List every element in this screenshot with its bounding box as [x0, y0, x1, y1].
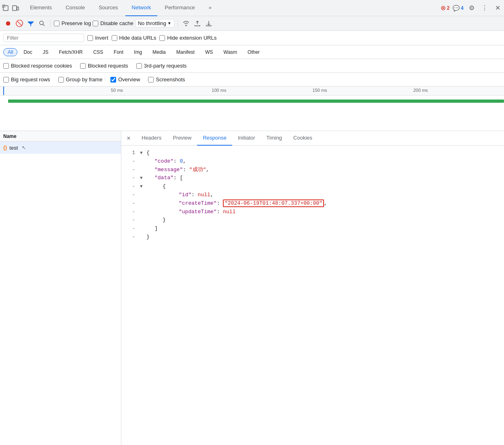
tab-response[interactable]: Response [197, 131, 232, 146]
type-btn-manifest[interactable]: Manifest [172, 48, 199, 56]
screenshots-checkbox[interactable] [148, 77, 154, 83]
more-options-button[interactable]: ⋮ [480, 3, 489, 13]
filter-bar: Invert Hide data URLs Hide extension URL… [0, 31, 504, 45]
disable-cache-label[interactable]: Disable cache [93, 20, 133, 26]
tick-50ms: 50 ms [111, 88, 123, 93]
hide-data-urls-checkbox[interactable] [112, 35, 117, 41]
separator-1 [50, 19, 51, 28]
settings-button[interactable]: ⚙ [467, 3, 476, 13]
type-btn-img[interactable]: Img [129, 48, 146, 56]
json-line-3: - - "message": "成功", [121, 166, 504, 174]
close-response-button[interactable]: × [125, 134, 133, 142]
disable-cache-checkbox[interactable] [93, 21, 98, 26]
close-devtools-button[interactable]: ✕ [493, 3, 502, 13]
blocked-requests-checkbox[interactable] [80, 63, 86, 69]
separator-2 [178, 19, 178, 28]
warning-count[interactable]: 💬 4 [453, 5, 464, 11]
json-line-5: - ▼ { [121, 182, 504, 191]
group-by-frame-label[interactable]: Group by frame [58, 76, 102, 83]
preserve-log-checkbox[interactable] [54, 21, 59, 26]
type-btn-css[interactable]: CSS [89, 48, 108, 56]
tick-100ms: 100 ms [212, 88, 226, 93]
response-tabs: × Headers Preview Response Initiator Tim… [121, 131, 504, 146]
tab-performance[interactable]: Performance [158, 0, 201, 16]
timeline-ruler: 50 ms 100 ms 150 ms 200 ms [0, 87, 504, 95]
type-btn-ws[interactable]: WS [201, 48, 217, 56]
filter-input[interactable] [7, 35, 80, 41]
download-button[interactable] [204, 19, 214, 28]
response-panel: × Headers Preview Response Initiator Tim… [121, 131, 504, 445]
search-button[interactable] [37, 19, 47, 28]
network-toolbar: ⏺ 🚫 Preserve log Disable cache No thrott… [0, 16, 504, 31]
overview-checkbox[interactable] [110, 77, 116, 83]
devtools-icons [2, 4, 19, 12]
upload-button[interactable] [193, 19, 202, 28]
overview-label[interactable]: Overview [110, 76, 140, 83]
invert-checkbox[interactable] [87, 35, 93, 41]
big-rows-label[interactable]: Big request rows [3, 76, 50, 83]
chevron-down-icon: ▼ [167, 21, 172, 25]
type-btn-fetch-xhr[interactable]: Fetch/XHR [55, 48, 87, 56]
blocked-cookies-checkbox[interactable] [3, 63, 9, 69]
json-viewer: 1 ▼ { - - "code": 0, - - "message": "成功"… [121, 146, 504, 445]
hide-ext-urls-checkbox[interactable] [159, 35, 165, 41]
svg-line-5 [43, 24, 44, 26]
options-bar: Big request rows Group by frame Overview… [0, 73, 504, 87]
json-line-11: - - } [121, 233, 504, 242]
type-btn-js[interactable]: JS [38, 48, 53, 56]
clear-button[interactable]: 🚫 [15, 19, 24, 28]
json-line-6: - - "id": null, [121, 191, 504, 199]
type-btn-all[interactable]: All [3, 48, 17, 56]
json-file-icon: {} [3, 145, 7, 150]
third-party-checkbox[interactable] [136, 63, 142, 69]
request-row[interactable]: {} test ↖ [0, 142, 121, 154]
inspect-icon[interactable] [2, 4, 10, 12]
preserve-log-label[interactable]: Preserve log [54, 20, 91, 26]
type-btn-media[interactable]: Media [148, 48, 170, 56]
main-split: Name {} test ↖ × Headers Preview Respons… [0, 131, 504, 445]
tab-cookies[interactable]: Cookies [288, 131, 318, 146]
wifi-icon-button[interactable] [181, 19, 191, 28]
type-filter-bar: All Doc JS Fetch/XHR CSS Font Img Media … [0, 45, 504, 59]
json-line-4: - ▼ "data": [ [121, 174, 504, 182]
timeline-area: 50 ms 100 ms 150 ms 200 ms [0, 87, 504, 131]
tab-preview[interactable]: Preview [167, 131, 197, 146]
collapse-arrow-obj[interactable]: ▼ [140, 183, 145, 191]
tab-initiator[interactable]: Initiator [232, 131, 261, 146]
timeline-track [0, 98, 504, 106]
screenshots-label[interactable]: Screenshots [148, 76, 185, 83]
device-icon[interactable] [11, 4, 19, 12]
tab-timing[interactable]: Timing [261, 131, 288, 146]
third-party-label[interactable]: 3rd-party requests [136, 63, 187, 69]
tab-console[interactable]: Console [59, 0, 91, 16]
type-btn-other[interactable]: Other [243, 48, 264, 56]
type-btn-font[interactable]: Font [109, 48, 128, 56]
error-count[interactable]: ⊗ 2 [440, 4, 450, 12]
record-button[interactable]: ⏺ [3, 19, 13, 28]
tab-sources[interactable]: Sources [92, 0, 125, 16]
group-by-frame-checkbox[interactable] [58, 77, 64, 83]
extra-filter-bar: Blocked response cookies Blocked request… [0, 59, 504, 73]
invert-label[interactable]: Invert [87, 35, 108, 41]
collapse-arrow-data[interactable]: ▼ [140, 175, 145, 182]
type-btn-doc[interactable]: Doc [19, 48, 36, 56]
svg-rect-2 [13, 6, 17, 11]
big-rows-checkbox[interactable] [3, 77, 9, 83]
tab-elements[interactable]: Elements [23, 0, 58, 16]
hide-ext-urls-label[interactable]: Hide extension URLs [159, 35, 216, 41]
collapse-arrow-1[interactable]: ▼ [140, 150, 145, 157]
tab-headers[interactable]: Headers [136, 131, 167, 146]
timeline-cursor[interactable] [3, 87, 4, 95]
tab-bar: Elements Console Sources Network Perform… [0, 0, 504, 16]
type-btn-wasm[interactable]: Wasm [219, 48, 242, 56]
blocked-cookies-label[interactable]: Blocked response cookies [3, 63, 72, 69]
json-line-7: - - "createTime": "2024-06-19T01:48:07.3… [121, 199, 504, 208]
throttle-select[interactable]: No throttling ▼ [135, 19, 174, 28]
tab-more[interactable]: » [202, 0, 218, 16]
blocked-requests-label[interactable]: Blocked requests [80, 63, 128, 69]
filter-icon-button[interactable] [26, 19, 36, 28]
cursor-pointer: ↖ [22, 145, 26, 150]
json-line-1: 1 ▼ { [121, 149, 504, 157]
hide-data-urls-label[interactable]: Hide data URLs [112, 35, 157, 41]
tab-network[interactable]: Network [125, 0, 158, 16]
